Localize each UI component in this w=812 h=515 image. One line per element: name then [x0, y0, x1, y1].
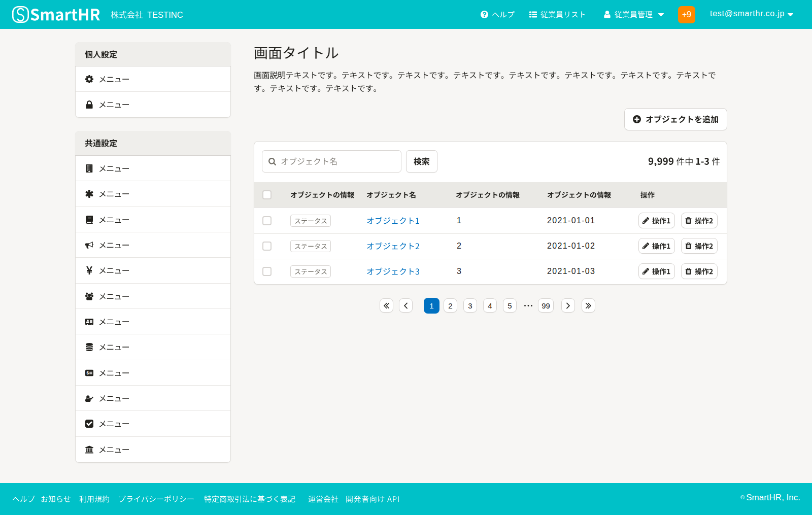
svg-text:$: $	[86, 370, 89, 375]
